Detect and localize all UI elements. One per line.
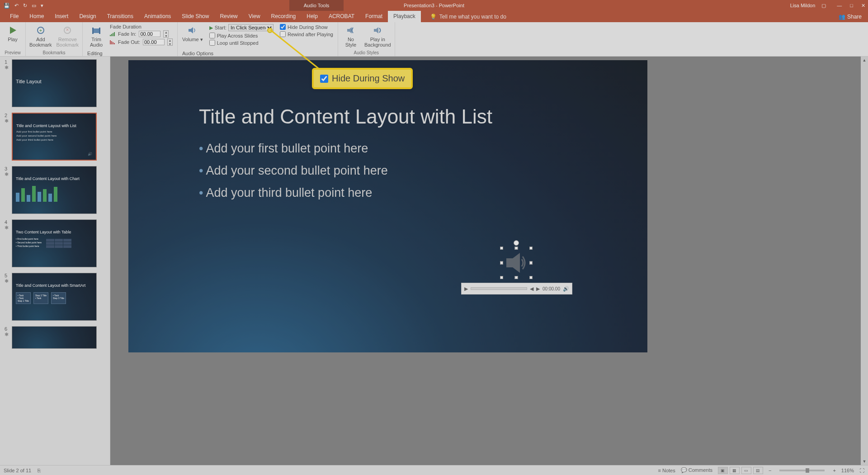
tab-transitions[interactable]: Transitions: [102, 11, 139, 22]
qat-dropdown-icon[interactable]: ▾: [41, 3, 43, 9]
play-background-icon: [372, 25, 383, 36]
accessibility-icon[interactable]: ⎘: [38, 468, 41, 473]
zoom-out-icon[interactable]: −: [769, 468, 771, 473]
vertical-scrollbar[interactable]: ▲ ▼: [861, 57, 868, 465]
slide-thumbnail-6[interactable]: [12, 326, 97, 349]
svg-marker-17: [347, 27, 352, 33]
svg-rect-15: [114, 43, 115, 44]
fit-to-window-icon[interactable]: ⛶: [859, 468, 864, 473]
slide-canvas[interactable]: Title and Content Layout with List Add y…: [128, 60, 647, 352]
audio-object[interactable]: [502, 248, 531, 277]
tab-insert[interactable]: Insert: [49, 11, 74, 22]
slide-thumbnail-5[interactable]: Title and Content Layout with SmartArt •…: [12, 273, 97, 321]
lightbulb-icon: 💡: [430, 14, 437, 20]
share-label: Share: [847, 14, 862, 20]
notes-button[interactable]: ≡ Notes: [658, 468, 675, 473]
tab-help[interactable]: Help: [301, 11, 323, 22]
comments-button[interactable]: 💬 Comments: [681, 467, 712, 473]
remove-bookmark-icon: ×: [62, 25, 73, 36]
tab-design[interactable]: Design: [74, 11, 101, 22]
callout-marker: [267, 28, 273, 33]
no-style-icon: [345, 25, 356, 36]
play-in-background-button[interactable]: Play in Background: [364, 24, 391, 48]
fade-out-spinner[interactable]: ▲▼: [167, 38, 173, 46]
zoom-slider[interactable]: [779, 470, 825, 471]
start-from-beginning-icon[interactable]: ▭: [32, 3, 36, 9]
slide-thumbnail-4[interactable]: Two Content Layout with Table • First bu…: [12, 219, 97, 267]
zoom-in-icon[interactable]: +: [833, 468, 835, 473]
slide-title[interactable]: Title and Content Layout with List: [199, 105, 647, 128]
player-volume-icon[interactable]: 🔊: [563, 286, 569, 292]
svg-text:+: +: [39, 28, 42, 33]
save-icon[interactable]: 💾: [4, 3, 10, 9]
slide-thumbnail-3[interactable]: Title and Content Layout with Chart: [12, 166, 97, 214]
player-play-icon[interactable]: ▶: [464, 286, 468, 292]
hide-during-show-checkbox[interactable]: Hide During Show: [280, 24, 333, 30]
slide-thumbnail-panel[interactable]: 1✱ Title Layout 2✱ Title and Content Lay…: [0, 57, 110, 465]
fade-in-spinner[interactable]: ▲▼: [163, 30, 169, 38]
player-next-icon[interactable]: ▶: [536, 286, 540, 292]
tab-view[interactable]: View: [243, 11, 266, 22]
bullet-2[interactable]: Add your second bullet point here: [199, 164, 647, 178]
zoom-thumb[interactable]: [806, 468, 809, 473]
player-time: 00:00.00: [542, 286, 560, 291]
loop-until-stopped-checkbox[interactable]: Loop until Stopped: [209, 40, 274, 46]
add-bookmark-button[interactable]: + Add Bookmark: [29, 24, 52, 48]
scroll-down-icon[interactable]: ▼: [861, 458, 868, 465]
fade-in-input[interactable]: [139, 31, 160, 37]
thumb-number: 3: [5, 166, 7, 171]
tab-slideshow[interactable]: Slide Show: [176, 11, 214, 22]
rewind-after-playing-checkbox[interactable]: Rewind after Playing: [280, 31, 333, 37]
tab-file[interactable]: File: [5, 11, 24, 22]
undo-icon[interactable]: ↶: [14, 3, 19, 9]
normal-view-icon[interactable]: ▣: [718, 467, 728, 474]
bookmarks-group: + Add Bookmark × Remove Bookmark Bookmar…: [26, 22, 83, 56]
bullet-1[interactable]: Add your first bullet point here: [199, 142, 647, 156]
player-track[interactable]: [471, 287, 527, 290]
scroll-up-icon[interactable]: ▲: [861, 57, 868, 64]
user-name[interactable]: Lisa Mildon: [790, 3, 816, 8]
fade-in-label: Fade In:: [118, 31, 136, 37]
share-button[interactable]: 👥 Share: [839, 14, 862, 20]
sorter-view-icon[interactable]: ▦: [730, 467, 740, 474]
slideshow-view-icon[interactable]: ▤: [753, 467, 763, 474]
minimize-icon[interactable]: —: [837, 3, 842, 9]
svg-rect-13: [111, 41, 112, 44]
reading-view-icon[interactable]: ▭: [741, 467, 751, 474]
trim-audio-button[interactable]: Trim Audio: [87, 24, 105, 48]
slide-editor[interactable]: Title and Content Layout with List Add y…: [110, 57, 868, 465]
slide-counter[interactable]: Slide 2 of 11: [4, 468, 31, 473]
tab-animations[interactable]: Animations: [139, 11, 176, 22]
svg-rect-12: [110, 40, 111, 44]
rotate-handle[interactable]: [514, 240, 519, 246]
fade-out-input[interactable]: [143, 39, 165, 45]
ribbon: Play Preview + Add Bookmark × Remove Boo…: [0, 22, 868, 57]
tab-playback[interactable]: Playback: [388, 11, 421, 22]
maximize-icon[interactable]: □: [850, 3, 853, 9]
close-icon[interactable]: ✕: [861, 3, 865, 9]
slide-thumbnail-2[interactable]: Title and Content Layout with List Add y…: [12, 113, 97, 161]
svg-rect-11: [114, 32, 115, 36]
tab-recording[interactable]: Recording: [266, 11, 302, 22]
trim-icon: [91, 25, 102, 36]
tab-format[interactable]: Format: [360, 11, 388, 22]
tell-me[interactable]: 💡 Tell me what you want to do: [430, 14, 506, 20]
bullet-3[interactable]: Add your third bullet point here: [199, 186, 647, 200]
ribbon-display-icon[interactable]: ▢: [821, 3, 826, 9]
redo-icon[interactable]: ↻: [23, 3, 27, 9]
thumb-number: 6: [5, 326, 7, 332]
play-across-slides-checkbox[interactable]: Play Across Slides: [209, 33, 274, 38]
zoom-level[interactable]: 116%: [841, 468, 854, 473]
tab-review[interactable]: Review: [214, 11, 243, 22]
volume-button[interactable]: Volume ▾: [182, 24, 203, 46]
preview-group: Play Preview: [0, 22, 26, 56]
tab-acrobat[interactable]: ACROBAT: [323, 11, 360, 22]
slide-bullets[interactable]: Add your first bullet point here Add you…: [199, 142, 647, 200]
slide-thumbnail-1[interactable]: Title Layout: [12, 59, 97, 107]
play-button[interactable]: Play: [4, 24, 22, 42]
no-style-button[interactable]: No Style: [342, 24, 360, 48]
tab-home[interactable]: Home: [24, 11, 49, 22]
audio-icon: 🔊: [88, 152, 92, 156]
player-prev-icon[interactable]: ◀: [530, 286, 533, 292]
svg-marker-19: [506, 253, 520, 273]
